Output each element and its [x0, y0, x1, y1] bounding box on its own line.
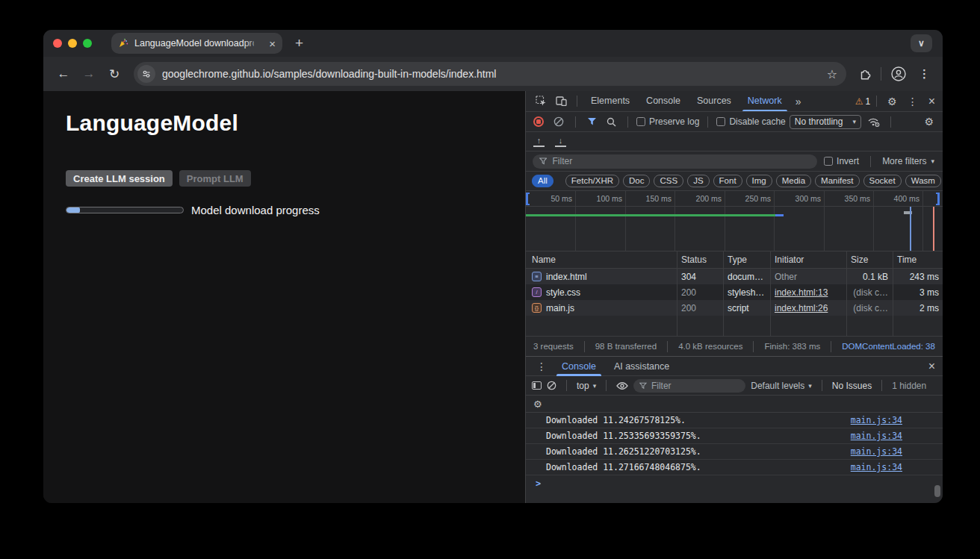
- drawer-tab-ai-assistance[interactable]: AI assistance: [607, 357, 677, 376]
- chip-img[interactable]: Img: [746, 175, 772, 187]
- devtools-menu-icon[interactable]: ⋮: [903, 96, 922, 107]
- devtools-settings-icon[interactable]: ⚙: [883, 96, 902, 107]
- drawer-menu-icon[interactable]: ⋮: [532, 360, 551, 372]
- more-filters-dropdown[interactable]: More filters ▾: [882, 156, 936, 166]
- no-issues-label[interactable]: No Issues: [832, 381, 872, 391]
- create-llm-session-button[interactable]: Create LLM session: [66, 170, 173, 187]
- site-info-button[interactable]: [137, 65, 155, 83]
- chip-doc[interactable]: Doc: [623, 175, 650, 187]
- chip-css[interactable]: CSS: [654, 175, 683, 187]
- prompt-llm-button[interactable]: Prompt LLM: [179, 170, 251, 187]
- console-message[interactable]: Downloaded 11.27166748046875%. main.js:3…: [526, 460, 943, 475]
- log-levels-dropdown[interactable]: Default levels ▾: [751, 381, 812, 391]
- record-network-log-button[interactable]: [533, 116, 544, 127]
- close-window-button[interactable]: [53, 39, 62, 48]
- import-har-icon[interactable]: ↑: [533, 137, 545, 147]
- column-divider[interactable]: [677, 252, 677, 336]
- chip-all[interactable]: All: [532, 175, 553, 187]
- chip-wasm[interactable]: Wasm: [905, 175, 941, 187]
- source-link[interactable]: main.js:34: [851, 462, 902, 472]
- drawer-tab-console[interactable]: Console: [554, 357, 604, 376]
- column-divider[interactable]: [846, 252, 847, 336]
- minimize-window-button[interactable]: [68, 39, 77, 48]
- table-row[interactable]: {}main.js 200 script index.html:26 (disk…: [526, 300, 943, 316]
- table-row[interactable]: ≡index.html 304 docum… Other 0.1 kB 243 …: [526, 269, 943, 284]
- tab-sources[interactable]: Sources: [689, 91, 739, 111]
- source-link[interactable]: main.js:34: [851, 415, 902, 425]
- browser-tab[interactable]: LanguageModel downloadpro ×: [111, 33, 282, 54]
- initiator-link[interactable]: index.html:26: [775, 303, 828, 313]
- header-initiator[interactable]: Initiator: [770, 254, 846, 265]
- zoom-window-button[interactable]: [83, 39, 92, 48]
- chip-font[interactable]: Font: [713, 175, 742, 187]
- profile-avatar-icon[interactable]: [890, 66, 907, 82]
- console-prompt[interactable]: >: [526, 475, 943, 492]
- chip-socket[interactable]: Socket: [863, 175, 902, 187]
- column-divider[interactable]: [723, 252, 724, 336]
- drawer-close-icon[interactable]: ×: [924, 360, 943, 373]
- tab-console[interactable]: Console: [639, 91, 688, 111]
- forward-button[interactable]: →: [78, 63, 99, 84]
- console-message[interactable]: Downloaded 11.25335693359375%. main.js:3…: [526, 428, 943, 444]
- disable-cache-checkbox[interactable]: Disable cache: [716, 116, 785, 127]
- live-expression-eye-icon[interactable]: [616, 381, 628, 390]
- column-divider[interactable]: [770, 252, 771, 336]
- overview-right-handle[interactable]: [936, 193, 940, 205]
- extensions-icon[interactable]: [858, 67, 872, 81]
- search-icon[interactable]: [604, 117, 619, 127]
- console-scrollbar-thumb[interactable]: [934, 485, 940, 497]
- header-status[interactable]: Status: [677, 254, 723, 265]
- throttling-select[interactable]: No throttling ▾: [790, 115, 861, 129]
- source-link[interactable]: main.js:34: [851, 431, 902, 441]
- overview-left-handle[interactable]: [526, 193, 530, 205]
- reload-button[interactable]: ↻: [104, 63, 125, 84]
- table-header[interactable]: Name Status Type Initiator Size Time: [526, 252, 943, 269]
- issues-counter[interactable]: ⚠ 1: [855, 96, 870, 107]
- invert-checkbox[interactable]: Invert: [824, 156, 859, 166]
- network-overview-timeline[interactable]: 50 ms 100 ms 150 ms 200 ms 250 ms 300 ms…: [526, 191, 943, 252]
- devtools-close-icon[interactable]: ×: [924, 95, 943, 108]
- header-time[interactable]: Time: [893, 254, 943, 265]
- chip-fetch-xhr[interactable]: Fetch/XHR: [565, 175, 619, 187]
- chip-js[interactable]: JS: [687, 175, 709, 187]
- more-tabs-icon[interactable]: »: [791, 96, 806, 107]
- network-filter-pill[interactable]: [533, 154, 817, 169]
- preserve-log-checkbox[interactable]: Preserve log: [636, 116, 699, 127]
- console-settings-gear-icon[interactable]: ⚙: [533, 399, 542, 410]
- tab-search-button[interactable]: ∨: [911, 34, 932, 52]
- network-conditions-icon[interactable]: [865, 116, 882, 127]
- console-message[interactable]: Downloaded 11.26251220703125%. main.js:3…: [526, 444, 943, 460]
- export-har-icon[interactable]: ↓: [555, 137, 566, 147]
- clear-console-icon[interactable]: [547, 381, 556, 390]
- header-name[interactable]: Name: [526, 254, 677, 265]
- console-filter-input[interactable]: [651, 381, 739, 391]
- table-row[interactable]: /style.css 200 stylesh… index.html:13 (d…: [526, 284, 943, 300]
- browser-menu-icon[interactable]: ⋮: [916, 67, 933, 81]
- console-message[interactable]: Downloaded 11.24267578125%. main.js:34: [526, 413, 943, 428]
- console-sidebar-icon[interactable]: [532, 381, 542, 390]
- column-divider[interactable]: [893, 252, 893, 336]
- network-filter-input[interactable]: [552, 156, 810, 166]
- tab-elements[interactable]: Elements: [583, 91, 637, 111]
- new-tab-button[interactable]: +: [295, 35, 303, 51]
- url-text[interactable]: googlechrome.github.io/samples/downloadi…: [162, 68, 820, 80]
- filter-funnel-icon[interactable]: [584, 117, 600, 126]
- bookmark-star-icon[interactable]: ☆: [827, 67, 837, 81]
- address-bar[interactable]: googlechrome.github.io/samples/downloadi…: [134, 62, 846, 86]
- network-settings-icon[interactable]: ⚙: [919, 116, 938, 128]
- clear-network-log-icon[interactable]: [551, 116, 567, 127]
- initiator-link[interactable]: index.html:13: [775, 287, 828, 298]
- tab-close-icon[interactable]: ×: [269, 37, 276, 50]
- header-size[interactable]: Size: [846, 254, 893, 265]
- tab-network[interactable]: Network: [740, 91, 790, 111]
- chip-manifest[interactable]: Manifest: [815, 175, 859, 187]
- device-toolbar-icon[interactable]: [552, 96, 571, 106]
- inspect-element-icon[interactable]: [532, 96, 551, 107]
- source-link[interactable]: main.js:34: [851, 446, 902, 457]
- javascript-context-dropdown[interactable]: top ▾: [577, 381, 596, 391]
- back-button[interactable]: ←: [53, 63, 74, 84]
- header-type[interactable]: Type: [723, 254, 770, 265]
- hidden-messages-count[interactable]: 1 hidden: [892, 381, 926, 391]
- console-filter-pill[interactable]: [633, 379, 745, 393]
- chip-media[interactable]: Media: [776, 175, 811, 187]
